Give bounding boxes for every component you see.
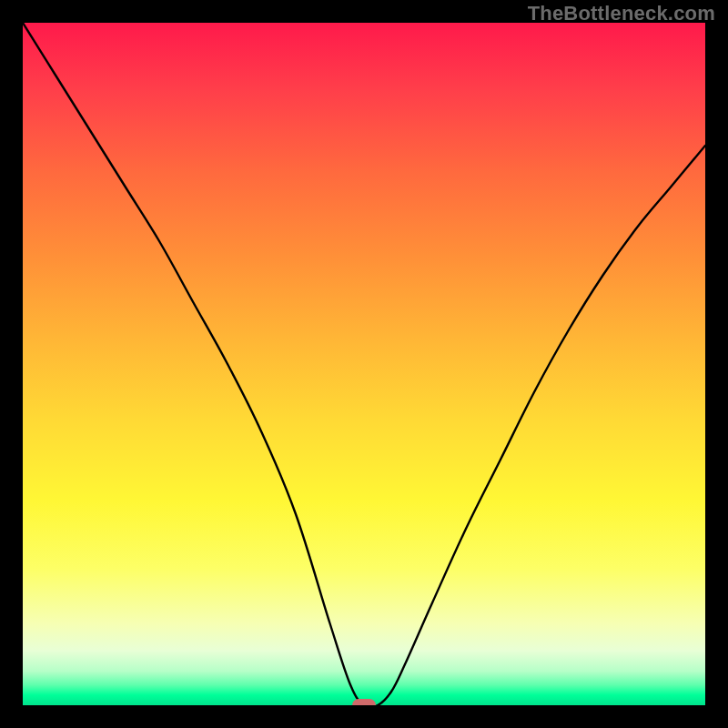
watermark-text: TheBottleneck.com [528, 2, 715, 25]
optimal-point-marker [352, 699, 376, 705]
plot-area [23, 23, 705, 705]
chart-frame: TheBottleneck.com [0, 0, 728, 728]
bottleneck-curve [23, 23, 705, 705]
